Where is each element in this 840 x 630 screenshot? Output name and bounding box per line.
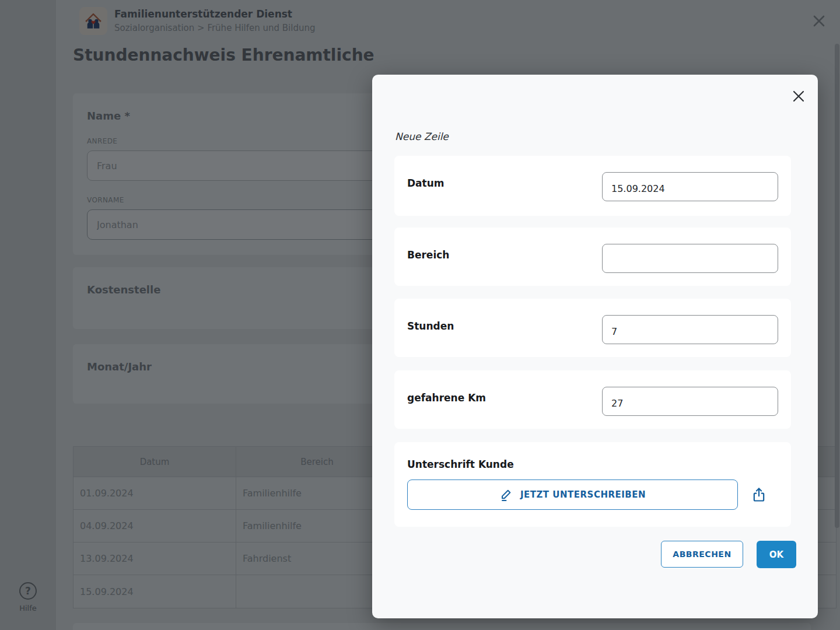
sign-now-button[interactable]: JETZT UNTERSCHREIBEN — [407, 480, 738, 510]
new-row-dialog: Neue Zeile Datum Bereich Stunden gefahre… — [372, 75, 818, 618]
signature-label: Unterschrift Kunde — [407, 459, 778, 470]
bereich-row: Bereich — [394, 228, 791, 286]
datum-label: Datum — [407, 172, 602, 216]
gefahrene-km-label: gefahrene Km — [407, 387, 602, 429]
dialog-close-icon[interactable] — [790, 88, 807, 105]
page-root: ? Hilfe Familienunterstützender Dienst S… — [0, 0, 840, 630]
bereich-input[interactable] — [602, 244, 778, 273]
ok-button[interactable]: OK — [757, 541, 796, 568]
dialog-title: Neue Zeile — [395, 131, 449, 142]
datum-row: Datum — [394, 156, 791, 216]
signature-row: Unterschrift Kunde JETZT UNTERSCHREIBEN — [394, 442, 791, 527]
gefahrene-km-input[interactable] — [602, 387, 778, 416]
bereich-label: Bereich — [407, 244, 602, 286]
pencil-icon — [499, 488, 513, 502]
stunden-label: Stunden — [407, 315, 602, 357]
datum-input[interactable] — [602, 172, 778, 201]
dialog-actions: ABBRECHEN OK — [661, 541, 796, 568]
gefahrene-km-row: gefahrene Km — [394, 370, 791, 429]
sign-now-label: JETZT UNTERSCHREIBEN — [520, 489, 646, 500]
upload-icon[interactable] — [751, 487, 767, 503]
stunden-input[interactable] — [602, 315, 778, 344]
stunden-row: Stunden — [394, 299, 791, 357]
cancel-button[interactable]: ABBRECHEN — [661, 541, 743, 568]
